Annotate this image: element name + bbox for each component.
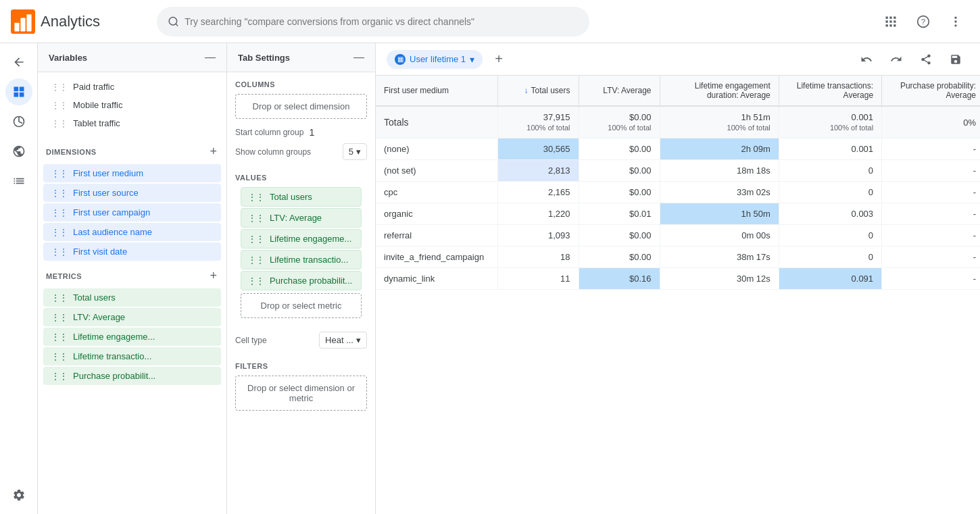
svg-rect-22 — [14, 93, 18, 97]
add-tab-button[interactable]: + — [488, 49, 510, 70]
tab-bar: ▦ User lifetime 1 ▾ + — [376, 43, 980, 76]
dim-first-user-campaign[interactable]: ⋮⋮ First user campaign — [43, 203, 221, 222]
nav-dashboard-button[interactable] — [5, 78, 32, 105]
dim-value: (none) — [384, 144, 410, 154]
value-label: Total users — [270, 192, 312, 202]
dim-first-visit-date[interactable]: ⋮⋮ First visit date — [43, 242, 221, 261]
redo-button[interactable] — [883, 46, 910, 73]
dim-first-user-source[interactable]: ⋮⋮ First user source — [43, 184, 221, 202]
filters-drop-zone[interactable]: Drop or select dimension or metric — [235, 376, 367, 411]
columns-drop-zone[interactable]: Drop or select dimension — [235, 94, 367, 119]
th-label: Total users — [531, 86, 570, 95]
totals-label-cell: Totals — [376, 106, 497, 138]
metric-total-users[interactable]: ⋮⋮ Total users — [43, 288, 221, 307]
engagement-cell: 1h 50m — [660, 203, 779, 225]
drag-handle: ⋮⋮ — [51, 293, 68, 303]
metric-ltv-average[interactable]: ⋮⋮ LTV: Average — [43, 308, 221, 326]
data-area: ▦ User lifetime 1 ▾ + — [376, 43, 980, 514]
totals-ltv-cell: $0.00 100% of total — [579, 106, 660, 138]
drag-handle: ⋮⋮ — [51, 101, 68, 110]
values-section: VALUES ⋮⋮ Total users ⋮⋮ LTV: Average ⋮⋮… — [227, 165, 375, 326]
share-icon — [920, 53, 932, 66]
transactions-cell: 0 — [779, 225, 881, 247]
value-total-users[interactable]: ⋮⋮ Total users — [241, 187, 362, 207]
drag-handle: ⋮⋮ — [51, 82, 68, 92]
dim-last-audience-name[interactable]: ⋮⋮ Last audience name — [43, 223, 221, 241]
th-lifetime-engagement[interactable]: Lifetime engagement duration: Average — [660, 76, 779, 106]
search-bar[interactable] — [157, 7, 589, 36]
logo: Analytics — [11, 9, 146, 34]
engagement-cell: 33m 02s — [660, 182, 779, 203]
totals-ltv-sub: 100% of total — [608, 124, 651, 132]
svg-line-5 — [176, 24, 178, 26]
dim-first-user-medium[interactable]: ⋮⋮ First user medium — [43, 164, 221, 182]
users-cell: 1,220 — [497, 203, 579, 225]
main-content: Variables — ⋮⋮ Paid traffic ⋮⋮ Mobile tr… — [0, 43, 980, 514]
drag-handle: ⋮⋮ — [51, 228, 68, 237]
dim-cell: (none) — [376, 138, 497, 160]
purchase-cell: - — [882, 203, 980, 225]
table-header-row: First user medium ↓ Total users LTV: Ave… — [376, 76, 980, 106]
svg-rect-14 — [893, 24, 896, 26]
metrics-section-header: METRICS + — [38, 262, 226, 287]
tab-label: User lifetime 1 — [410, 54, 466, 64]
user-lifetime-tab[interactable]: ▦ User lifetime 1 ▾ — [387, 50, 483, 69]
th-lifetime-transactions[interactable]: Lifetime transactions: Average — [779, 76, 881, 106]
mobile-traffic-item[interactable]: ⋮⋮ Mobile traffic — [46, 96, 218, 114]
show-column-groups-select[interactable]: 5 ▾ — [343, 143, 367, 160]
help-icon-button[interactable]: ? — [910, 8, 937, 35]
app-title: Analytics — [41, 13, 100, 30]
tablet-traffic-item[interactable]: ⋮⋮ Tablet traffic — [46, 114, 218, 132]
value-lifetime-transactions[interactable]: ⋮⋮ Lifetime transactio... — [241, 250, 362, 269]
more-vert-icon-button[interactable] — [942, 8, 969, 35]
totals-purchase-cell: 0% — [882, 106, 980, 138]
ltv-cell: $0.01 — [579, 203, 660, 225]
metric-lifetime-transactions[interactable]: ⋮⋮ Lifetime transactio... — [43, 347, 221, 365]
search-input[interactable] — [185, 16, 579, 27]
th-label: LTV: Average — [603, 86, 651, 95]
table-row: referral 1,093 $0.00 0m 00s 0 - — [376, 225, 980, 247]
share-button[interactable] — [912, 46, 939, 73]
tab-settings-minimize[interactable]: — — [353, 51, 364, 63]
th-total-users[interactable]: ↓ Total users — [497, 76, 579, 106]
nav-explore-button[interactable] — [5, 138, 32, 165]
drag-handle: ⋮⋮ — [248, 192, 264, 202]
metric-lifetime-engagement[interactable]: ⋮⋮ Lifetime engageme... — [43, 328, 221, 346]
drag-handle: ⋮⋮ — [51, 169, 68, 178]
nav-list-button[interactable] — [5, 168, 32, 195]
variables-panel-minimize[interactable]: — — [205, 51, 216, 63]
add-dimension-button[interactable]: + — [208, 143, 218, 160]
nav-reports-button[interactable] — [5, 108, 32, 135]
nav-settings-button[interactable] — [5, 482, 32, 509]
engagement-cell: 0m 00s — [660, 225, 779, 247]
save-button[interactable] — [942, 46, 969, 73]
apps-icon-button[interactable] — [877, 8, 904, 35]
svg-rect-21 — [19, 87, 24, 92]
value-purchase-probability[interactable]: ⋮⋮ Purchase probabilit... — [241, 271, 362, 290]
drag-handle: ⋮⋮ — [51, 247, 68, 257]
th-first-user-medium[interactable]: First user medium — [376, 76, 497, 106]
metric-drop-zone[interactable]: Drop or select metric — [241, 293, 362, 318]
value-ltv-average[interactable]: ⋮⋮ LTV: Average — [241, 208, 362, 228]
add-metric-button[interactable]: + — [208, 267, 218, 284]
th-ltv-average[interactable]: LTV: Average — [579, 76, 660, 106]
totals-transactions-sub: 100% of total — [830, 124, 873, 132]
undo-button[interactable] — [853, 46, 880, 73]
cell-type-select[interactable]: Heat ... ▾ — [319, 332, 367, 349]
totals-engagement-value: 1h 51m — [741, 112, 770, 122]
paid-traffic-item[interactable]: ⋮⋮ Paid traffic — [46, 78, 218, 96]
users-cell: 18 — [497, 247, 579, 268]
reports-icon — [12, 115, 26, 128]
metric-purchase-probability[interactable]: ⋮⋮ Purchase probabilit... — [43, 367, 221, 385]
th-purchase-probability[interactable]: Purchase probability: Average — [882, 76, 980, 106]
tablet-traffic-label: Tablet traffic — [73, 118, 120, 128]
dashboard-icon — [12, 85, 26, 99]
svg-rect-9 — [886, 20, 888, 22]
value-lifetime-engagement[interactable]: ⋮⋮ Lifetime engageme... — [241, 229, 362, 249]
drag-handle: ⋮⋮ — [51, 313, 68, 322]
filters-section: FILTERS Drop or select dimension or metr… — [227, 354, 375, 416]
nav-back-button[interactable] — [5, 49, 32, 76]
table-row: (not set) 2,813 $0.00 18m 18s 0 - — [376, 160, 980, 182]
dimensions-title: DIMENSIONS — [46, 148, 97, 156]
purchase-cell: - — [882, 160, 980, 182]
